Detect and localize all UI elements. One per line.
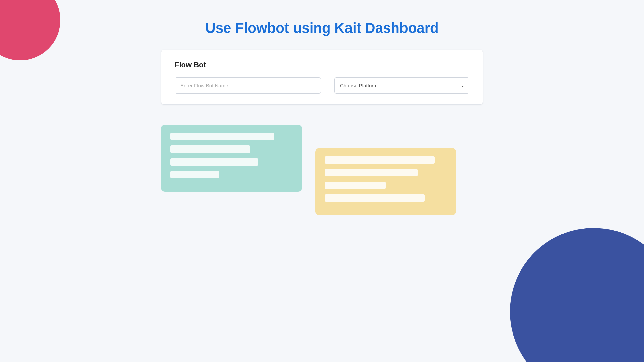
illus-bar bbox=[170, 145, 250, 153]
platform-select[interactable]: Choose Platform Facebook Messenger LINE … bbox=[334, 77, 469, 94]
illus-bar bbox=[170, 171, 219, 178]
platform-select-wrapper: Choose Platform Facebook Messenger LINE … bbox=[334, 77, 469, 94]
form-row: Choose Platform Facebook Messenger LINE … bbox=[175, 77, 469, 94]
form-card: Flow Bot Choose Platform Facebook Messen… bbox=[161, 50, 483, 105]
illus-bar bbox=[325, 182, 386, 189]
page-title: Use Flowbot using Kait Dashboard bbox=[205, 20, 438, 36]
illustration-card-yellow bbox=[315, 148, 456, 215]
illustration-card-teal bbox=[161, 125, 302, 192]
illustration-area bbox=[161, 125, 483, 225]
illus-bar bbox=[325, 169, 418, 176]
bot-name-input[interactable] bbox=[175, 77, 321, 94]
illus-bar bbox=[170, 158, 258, 166]
illus-bar bbox=[170, 133, 274, 140]
illus-bar bbox=[325, 194, 425, 202]
main-content: Use Flowbot using Kait Dashboard Flow Bo… bbox=[0, 0, 644, 225]
decorative-circle-bottom-right bbox=[510, 228, 644, 362]
illus-bar bbox=[325, 156, 435, 164]
form-card-title: Flow Bot bbox=[175, 61, 469, 69]
